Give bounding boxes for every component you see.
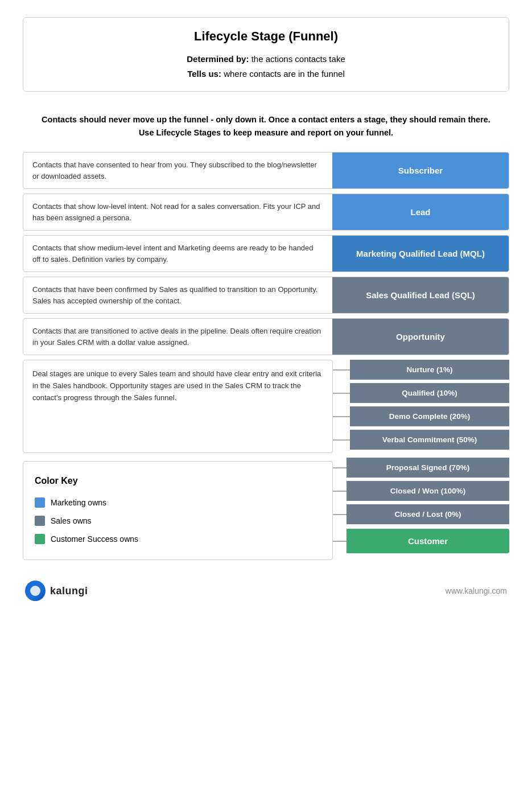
bottom-section: Color Key Marketing owns Sales owns Cust… <box>23 458 509 560</box>
footer-url: www.kalungi.com <box>446 586 507 595</box>
connector-demo <box>333 416 350 417</box>
sub-stages-col: Nurture (1%) Qualified (10%) Demo Comple… <box>333 360 509 453</box>
stage-sql-label: Sales Qualified Lead (SQL) <box>332 277 509 313</box>
connector-customer <box>333 541 347 542</box>
key-blue-square <box>35 497 45 508</box>
sub-stage-demo-label: Demo Complete (20%) <box>350 406 509 426</box>
sub-stage-closed-won-label: Closed / Won (100%) <box>347 481 509 501</box>
sub-stage-nurture: Nurture (1%) <box>333 360 509 380</box>
sub-stage-demo: Demo Complete (20%) <box>333 406 509 426</box>
stage-subscriber-label: Subscriber <box>332 153 509 188</box>
stage-opportunity-label: Opportunity <box>332 319 509 355</box>
sub-stage-qualified-label: Qualified (10%) <box>350 383 509 403</box>
footer: kalungi www.kalungi.com <box>23 581 509 601</box>
connector-qualified <box>333 393 350 394</box>
determined-by-value: the actions contacts take <box>251 54 345 64</box>
stage-sql: Contacts that have been confirmed by Sal… <box>23 277 509 314</box>
sub-stage-nurture-label: Nurture (1%) <box>350 360 509 380</box>
key-marketing: Marketing owns <box>35 495 321 511</box>
key-sales-label: Sales owns <box>51 513 92 529</box>
funnel: Contacts that have consented to hear fro… <box>23 152 509 560</box>
color-key-box: Color Key Marketing owns Sales owns Cust… <box>23 461 333 560</box>
key-customer-success: Customer Success owns <box>35 531 321 547</box>
key-cs-label: Customer Success owns <box>51 531 138 547</box>
determined-by-label: Determined by: <box>187 54 249 64</box>
right-sub-column: Proposal Signed (70%) Closed / Won (100%… <box>333 458 509 553</box>
stage-mql-desc: Contacts that show medium-level intent a… <box>23 236 332 272</box>
sub-stages-list: Nurture (1%) Qualified (10%) Demo Comple… <box>333 360 509 453</box>
color-key-title: Color Key <box>35 472 321 490</box>
customer-label: Customer <box>347 529 509 553</box>
deal-stages-block: Deal stages are unique to every Sales te… <box>23 360 509 453</box>
stage-sql-desc: Contacts that have been confirmed by Sal… <box>23 277 332 313</box>
sub-stage-closed-lost: Closed / Lost (0%) <box>333 504 509 524</box>
title-box: Lifecycle Stage (Funnel) Determined by: … <box>23 17 509 92</box>
sub-stage-verbal: Verbal Commitment (50%) <box>333 430 509 450</box>
funnel-notice: Contacts should never move up the funnel… <box>40 113 492 139</box>
stage-subscriber: Contacts that have consented to hear fro… <box>23 152 509 189</box>
stage-lead-label: Lead <box>332 194 509 230</box>
stage-opportunity-desc: Contacts that are transitioned to active… <box>23 319 332 355</box>
key-grey-square <box>35 516 45 526</box>
brand-name: kalungi <box>50 585 88 597</box>
tells-us-value: where contacts are in the funnel <box>224 69 345 79</box>
stage-lead: Contacts that show low-level intent. Not… <box>23 194 509 231</box>
page-title: Lifecycle Stage (Funnel) <box>40 29 492 44</box>
sub-stage-qualified: Qualified (10%) <box>333 383 509 403</box>
stage-lead-desc: Contacts that show low-level intent. Not… <box>23 194 332 230</box>
connector-closed-lost <box>333 514 347 515</box>
brand-logo <box>25 581 46 601</box>
stage-subscriber-desc: Contacts that have consented to hear fro… <box>23 153 332 188</box>
key-sales: Sales owns <box>35 513 321 529</box>
stage-opportunity: Contacts that are transitioned to active… <box>23 318 509 355</box>
stage-mql: Contacts that show medium-level intent a… <box>23 235 509 272</box>
connector-closed-won <box>333 491 347 492</box>
customer-row: Customer <box>333 529 509 553</box>
page: Lifecycle Stage (Funnel) Determined by: … <box>0 0 532 798</box>
key-marketing-label: Marketing owns <box>51 495 106 511</box>
sub-stage-verbal-label: Verbal Commitment (50%) <box>350 430 509 450</box>
deal-stages-desc: Deal stages are unique to every Sales te… <box>23 360 333 453</box>
connector-verbal <box>333 439 350 441</box>
key-green-square <box>35 534 45 544</box>
connector-proposal <box>333 467 347 468</box>
sub-stage-closed-lost-label: Closed / Lost (0%) <box>347 504 509 524</box>
stage-mql-label: Marketing Qualified Lead (MQL) <box>332 236 509 272</box>
brand-logo-inner <box>30 586 40 596</box>
tells-us-label: Tells us: <box>187 69 221 79</box>
sub-stage-proposal: Proposal Signed (70%) <box>333 458 509 478</box>
connector-nurture <box>333 369 350 371</box>
sub-stage-closed-won: Closed / Won (100%) <box>333 481 509 501</box>
determined-by: Determined by: the actions contacts take… <box>40 52 492 81</box>
footer-brand: kalungi <box>25 581 88 601</box>
sub-stage-proposal-label: Proposal Signed (70%) <box>347 458 509 478</box>
